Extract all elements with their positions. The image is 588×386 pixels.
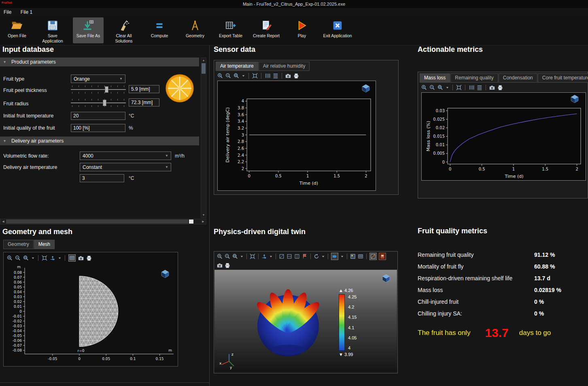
zoom-extents-icon[interactable] <box>42 255 47 261</box>
mass-loss-chart[interactable]: 00.511.5200.0050.010.0150.020.0250.03Tim… <box>422 93 586 181</box>
zoom-extents-icon[interactable] <box>250 254 255 259</box>
save-application-button[interactable]: Save Application <box>37 17 68 45</box>
section-product-parameters[interactable]: ▾ Product parameters <box>0 58 199 66</box>
chevron-down-icon[interactable] <box>446 86 449 90</box>
save-file-as-button[interactable]: Save File As <box>73 17 104 43</box>
chevron-down-icon[interactable] <box>31 256 35 260</box>
camera-icon[interactable] <box>489 85 495 90</box>
zoom-in-icon[interactable] <box>7 255 13 261</box>
tab-air-relative-humidity[interactable]: Air relative humidity <box>259 62 310 71</box>
input-database-title: Input database <box>2 45 54 54</box>
camera-icon[interactable] <box>78 255 84 261</box>
clip-plane-button[interactable] <box>369 253 377 260</box>
tab-remaining-quality[interactable]: Remaining quality <box>450 73 498 83</box>
scrollbar-thumb[interactable] <box>202 63 206 74</box>
fruit-type-dropdown[interactable]: Orange ▼ <box>71 75 125 83</box>
zoom-out-icon[interactable] <box>225 254 230 259</box>
sensor-chart[interactable]: 00.511.5222.22.42.62.833.23.43.63.84Time… <box>218 81 376 191</box>
camera-icon[interactable] <box>217 262 223 268</box>
mesh-render-toggle[interactable] <box>68 254 76 262</box>
vertical-scrollbar[interactable]: ▲ ▼ <box>201 58 206 218</box>
delivery-temp-input[interactable] <box>80 174 124 182</box>
grid-horizontal-icon[interactable] <box>273 73 278 79</box>
print-icon[interactable] <box>225 262 230 268</box>
play-button[interactable]: Play <box>287 17 317 43</box>
zoom-box-icon[interactable] <box>23 255 29 261</box>
export-table-button[interactable]: Export Table <box>215 17 246 43</box>
zoom-in-icon[interactable] <box>217 254 223 259</box>
camera-icon[interactable] <box>285 73 291 79</box>
zoom-extents-icon[interactable] <box>252 73 258 79</box>
tab-air-temperature[interactable]: Air temperature <box>216 62 258 71</box>
initial-quality-input[interactable] <box>71 124 125 132</box>
zoom-box-icon[interactable] <box>437 85 443 90</box>
peel-thickness-value[interactable] <box>129 85 159 93</box>
chevron-down-icon[interactable] <box>58 256 62 260</box>
scroll-left-arrow[interactable]: ◀ <box>1 219 6 224</box>
peel-thickness-slider[interactable] <box>71 84 126 95</box>
slider-thumb[interactable] <box>103 100 106 106</box>
clear-all-solutions-button[interactable]: Clear All Solutions <box>108 17 139 45</box>
tab-core-fruit-temperature[interactable]: Core fruit temperature <box>538 73 588 83</box>
horizontal-scrollbar[interactable]: ◀ ▶ <box>0 219 206 224</box>
chevron-down-icon[interactable] <box>340 255 344 258</box>
tab-mesh[interactable]: Mesh <box>34 240 55 249</box>
fruit-radius-value[interactable] <box>129 98 159 107</box>
title-bar[interactable]: FruiTed Main - FruiTed_v2_Citrus_App_Exp… <box>0 0 588 8</box>
scroll-up-arrow[interactable]: ▲ <box>201 58 206 63</box>
chevron-down-icon[interactable] <box>321 255 325 258</box>
go-button[interactable] <box>331 253 338 260</box>
flag-icon[interactable] <box>302 254 308 259</box>
scroll-right-arrow[interactable]: ▶ <box>201 219 206 224</box>
print-icon[interactable] <box>497 85 503 90</box>
svg-text:-0.03: -0.03 <box>13 324 22 328</box>
table-grid-icon[interactable] <box>358 254 363 259</box>
axes-icon[interactable] <box>261 254 267 259</box>
initial-temperature-input[interactable] <box>71 112 125 120</box>
grid-vertical-icon[interactable] <box>265 73 270 79</box>
zoom-in-icon[interactable] <box>217 73 223 79</box>
view-xy-icon[interactable] <box>279 254 284 259</box>
view-zx-icon[interactable] <box>294 254 300 259</box>
chevron-down-icon[interactable] <box>269 255 273 258</box>
tab-geometry[interactable]: Geometry <box>3 240 34 249</box>
scrollbar-thumb[interactable] <box>6 220 188 224</box>
geometry-button[interactable]: Geometry <box>180 17 210 43</box>
scroll-down-arrow[interactable]: ▼ <box>201 213 206 218</box>
vertical-divider <box>209 45 210 386</box>
tab-condensation[interactable]: Condensation <box>499 73 537 83</box>
grid-vertical-icon[interactable] <box>469 85 474 90</box>
axes-icon[interactable] <box>50 255 55 261</box>
section-delivery-air-parameters[interactable]: ▾ Delivery air parameters <box>0 136 199 145</box>
twin-3d-view[interactable]: ▲ 4.26 4.25 4.2 4.15 4.1 4.05 4 ▼ <box>214 270 397 372</box>
zoom-out-icon[interactable] <box>15 255 21 261</box>
chevron-down-icon[interactable] <box>242 74 245 78</box>
menu-file[interactable]: File <box>0 8 15 16</box>
zoom-box-icon[interactable] <box>232 254 238 259</box>
grid-horizontal-icon[interactable] <box>477 85 482 90</box>
open-file-button[interactable]: Open File <box>2 17 32 43</box>
compute-button[interactable]: Compute <box>144 17 175 43</box>
delivery-temp-mode-dropdown[interactable]: Constant ▼ <box>80 163 171 171</box>
fruit-radius-slider[interactable] <box>71 98 126 108</box>
zoom-out-icon[interactable] <box>225 73 231 79</box>
zoom-out-icon[interactable] <box>429 85 435 90</box>
view-yz-icon[interactable] <box>287 254 292 259</box>
zoom-box-icon[interactable] <box>234 73 239 79</box>
mesh-chart[interactable]: -0.0500.050.10.150.080.070.060.050.040.0… <box>4 264 178 366</box>
zoom-in-icon[interactable] <box>421 85 427 90</box>
exit-application-button[interactable]: Exit Application <box>322 17 353 43</box>
rotate-icon[interactable] <box>314 254 319 259</box>
create-report-button[interactable]: Create Report <box>251 17 282 43</box>
slider-thumb[interactable] <box>105 86 108 93</box>
menu-file-1[interactable]: File 1 <box>17 8 36 16</box>
scene-light-icon[interactable] <box>350 254 356 259</box>
chevron-down-icon[interactable] <box>240 255 244 258</box>
transparency-button[interactable] <box>379 253 386 260</box>
zoom-extents-icon[interactable] <box>456 85 462 90</box>
scrollbar-grip[interactable] <box>189 220 193 224</box>
print-icon[interactable] <box>86 255 92 261</box>
tab-mass-loss[interactable]: Mass loss <box>420 73 450 83</box>
flow-rate-dropdown[interactable]: 4000 ▼ <box>80 151 171 160</box>
print-icon[interactable] <box>293 73 299 79</box>
